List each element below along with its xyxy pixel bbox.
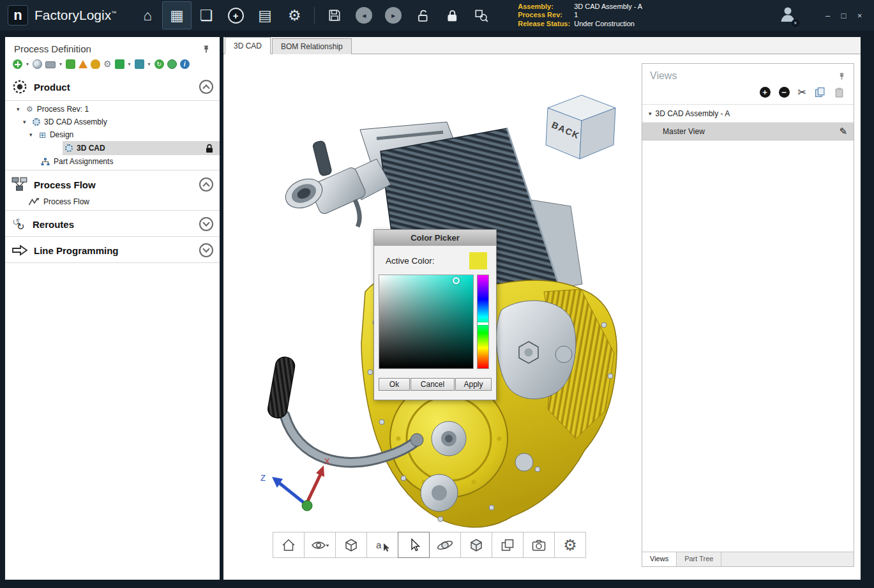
expander-icon[interactable]: ▾ [17,106,22,112]
divider [5,262,220,263]
undo-button[interactable]: ◄ [349,1,379,29]
process-flow-label: Process Flow [34,179,96,190]
collapse-product-button[interactable] [199,80,213,94]
home-view-icon [280,537,297,554]
ok-button[interactable]: Ok [379,378,410,391]
hue-slider[interactable] [477,275,489,369]
gears-icon[interactable]: ⚙ [103,59,112,69]
hue-marker[interactable] [478,322,488,325]
collapse-process-flow-button[interactable] [199,177,213,192]
tab-views[interactable]: Views [642,552,677,566]
sync-icon[interactable]: ↻ [154,59,164,69]
tree-item-design[interactable]: ▾ ⊞ Design [5,128,220,141]
view-cube[interactable]: BACK [546,95,615,159]
web-icon[interactable] [33,59,42,69]
home-button[interactable]: ⌂ [133,1,162,29]
snapshot-button[interactable] [523,532,555,558]
lock-button[interactable] [437,1,467,29]
print-dropdown-caret-icon[interactable]: ▾ [59,61,62,67]
section-process-flow[interactable]: Process Flow [5,172,220,195]
run-dropdown-caret-icon[interactable]: ▾ [128,61,131,67]
reroutes-icon: ↺ ↻ [11,217,27,231]
release-icon[interactable] [167,59,177,69]
cube-icon [343,537,359,554]
add-dropdown-caret-icon[interactable]: ▾ [26,61,29,67]
person-icon[interactable] [91,59,100,69]
camera-view-button[interactable] [304,532,336,558]
orbit-tool-button[interactable] [429,532,461,558]
expander-icon[interactable]: ▾ [23,119,29,125]
axis-triad: Z X [260,456,330,511]
tab-part-tree[interactable]: Part Tree [677,552,721,566]
news-button[interactable]: ▤ [250,1,280,29]
saturation-value-area[interactable] [379,275,474,369]
save-button[interactable] [320,1,349,29]
pin-icon[interactable] [202,45,211,54]
gear-icon: ⚙ [288,8,301,23]
close-button[interactable]: × [852,11,868,20]
add-icon[interactable] [13,59,22,69]
parts-visibility-button[interactable] [460,532,492,558]
run-flag-icon[interactable] [115,59,124,69]
part-assignments-icon [41,158,50,166]
remove-view-button[interactable]: − [779,87,790,98]
copy-view-button[interactable] [815,87,825,98]
deploy-flag-icon[interactable] [135,59,144,69]
process-rev-label: Process Rev: [518,11,574,20]
viewport-settings-button[interactable]: ⚙ [554,532,586,558]
unlock-button[interactable] [408,1,437,29]
gear-icon: ⚙ [563,538,577,553]
documents-button[interactable]: ❏ [192,1,221,29]
maximize-button[interactable]: □ [836,11,852,20]
views-tree-root[interactable]: ▾ 3D CAD Assembly - A [642,105,854,123]
info-icon[interactable]: i [180,59,190,69]
edit-view-icon[interactable]: ✎ [839,126,847,137]
cad-viewport[interactable]: BACK [223,54,861,580]
release-status-label: Release Status: [518,20,574,29]
section-reroutes[interactable]: ↺ ↻ Reroutes [5,213,220,234]
sv-marker[interactable] [453,277,460,284]
deploy-dropdown-caret-icon[interactable]: ▾ [148,61,151,67]
pin-icon[interactable] [838,72,846,80]
add-view-button[interactable]: + [760,87,771,98]
views-tree: ▾ 3D CAD Assembly - A Master View ✎ [642,104,854,552]
minimize-button[interactable]: – [820,11,836,20]
expand-reroutes-button[interactable] [199,217,213,231]
expand-line-programming-button[interactable] [199,243,213,257]
select-label-button[interactable]: a [366,532,398,558]
cancel-button[interactable]: Cancel [411,378,455,391]
tree-item-part-assignments[interactable]: Part Assignments [5,155,220,168]
apply-button[interactable]: Apply [455,378,492,391]
color-picker-titlebar[interactable]: Color Picker [374,230,496,246]
part-search-button[interactable] [467,1,496,29]
process-flow-icon [11,177,28,192]
expander-icon[interactable]: ▾ [29,132,35,138]
process-definition-panel: Process Definition ▾ ▾ ⚙ ▾ ▾ ↻ i [5,37,220,580]
layers-button[interactable] [492,532,524,558]
divider [5,210,220,211]
home-view-button[interactable] [273,532,305,558]
tree-item-3d-cad-selected[interactable]: 3D CAD [63,141,220,155]
print-icon[interactable] [45,61,56,68]
user-button[interactable]: × [779,5,797,26]
navigator-button[interactable]: + [221,1,250,29]
tree-item-cad-assembly[interactable]: ▾ 3D CAD Assembly [5,116,220,128]
tree-item-process-rev[interactable]: ▾ ⚙ Process Rev: 1 [5,103,220,116]
select-tool-button[interactable] [398,532,430,558]
alert-icon[interactable] [79,60,87,68]
section-line-programming[interactable]: Line Programming [5,239,220,260]
expander-icon[interactable]: ▾ [649,110,652,117]
tab-bom-relationship[interactable]: BOM Relationship [272,38,352,54]
settings-button[interactable]: ⚙ [280,1,309,29]
section-product[interactable]: Product [5,74,220,98]
paste-view-button[interactable] [834,87,845,98]
toolbar-separator [314,7,315,24]
tab-3d-cad[interactable]: 3D CAD [225,37,271,54]
views-tree-master-view[interactable]: Master View ✎ [642,123,854,140]
redo-button[interactable]: ► [379,1,408,29]
cut-view-button[interactable]: ✂ [798,87,806,98]
process-editor-button[interactable]: ▦ [162,1,192,29]
tree-item-process-flow[interactable]: Process Flow [5,195,220,208]
isometric-view-button[interactable] [335,532,367,558]
plugin-icon[interactable] [66,59,75,69]
